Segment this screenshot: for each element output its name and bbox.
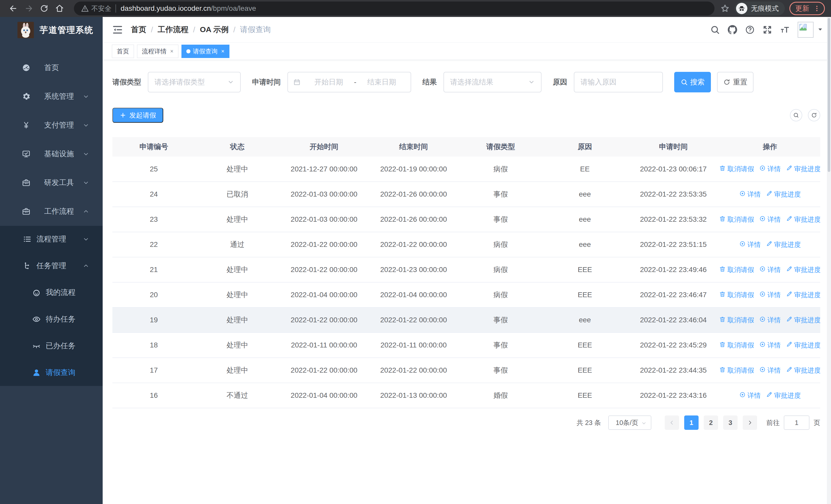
prev-page-button[interactable] (665, 415, 679, 430)
progress-link[interactable]: 审批进度 (786, 165, 820, 174)
progress-link[interactable]: 审批进度 (786, 316, 820, 325)
gear-icon (22, 92, 31, 101)
cell-type: 婚假 (459, 383, 543, 408)
detail-link[interactable]: 详情 (759, 165, 781, 174)
detail-link[interactable]: 详情 (759, 316, 781, 325)
cancel-link[interactable]: 取消请假 (720, 341, 754, 350)
next-page-button[interactable] (743, 415, 757, 430)
progress-link[interactable]: 审批进度 (786, 215, 820, 224)
goto-page-input[interactable] (784, 415, 809, 430)
detail-link[interactable]: 详情 (759, 366, 781, 375)
search-icon (681, 79, 688, 86)
page-button-1[interactable]: 1 (684, 415, 698, 430)
home-icon[interactable] (54, 3, 65, 14)
detail-link[interactable]: 详情 (739, 240, 761, 249)
date-range-picker[interactable]: 开始日期 - 结束日期 (287, 72, 411, 92)
detail-link[interactable]: 详情 (759, 291, 781, 299)
sidebar-item-系统管理[interactable]: 系统管理 (0, 82, 103, 111)
avatar[interactable] (798, 22, 813, 38)
result-select[interactable]: 请选择流结果 (443, 72, 542, 92)
search-icon[interactable] (710, 25, 720, 35)
browser-menu-icon[interactable] (813, 5, 821, 12)
reset-button[interactable]: 重置 (717, 72, 753, 92)
sidebar-item-流程管理[interactable]: 流程管理 (0, 226, 103, 253)
incognito-icon (736, 3, 747, 14)
detail-link[interactable]: 详情 (739, 190, 761, 199)
cell-status: 处理中 (195, 307, 280, 333)
tab-请假查询[interactable]: 请假查询× (181, 45, 229, 58)
close-icon[interactable]: × (170, 48, 173, 55)
cancel-link[interactable]: 取消请假 (720, 291, 754, 299)
cell-id: 17 (112, 358, 195, 383)
cancel-link[interactable]: 取消请假 (720, 265, 754, 274)
progress-link[interactable]: 审批进度 (766, 391, 801, 400)
cancel-link[interactable]: 取消请假 (720, 316, 754, 325)
refresh-table-button[interactable] (808, 109, 820, 121)
avatar-caret-icon[interactable] (817, 26, 823, 33)
help-icon[interactable] (745, 25, 755, 35)
page-size-select[interactable]: 10条/页 (608, 415, 651, 430)
cell-reason: EEE (543, 257, 627, 282)
sidebar-item-已办任务[interactable]: 已办任务 (0, 333, 103, 359)
sidebar-item-首页[interactable]: 首页 (0, 53, 103, 82)
leave-type-select[interactable]: 请选择请假类型 (148, 72, 241, 92)
cell-id: 21 (112, 257, 195, 282)
chevron-down-icon (83, 93, 89, 100)
progress-link[interactable]: 审批进度 (786, 366, 820, 375)
breadcrumb-item-2[interactable]: 工作流程 (157, 24, 189, 35)
sidebar-item-任务管理[interactable]: 任务管理 (0, 253, 103, 279)
detail-link[interactable]: 详情 (739, 391, 761, 400)
progress-link[interactable]: 审批进度 (786, 341, 820, 350)
sidebar-item-待办任务[interactable]: 待办任务 (0, 306, 103, 333)
cancel-link[interactable]: 取消请假 (720, 366, 754, 375)
cancel-label: 取消请假 (727, 291, 754, 299)
sidebar-item-我的流程[interactable]: 我的流程 (0, 279, 103, 306)
progress-link[interactable]: 审批进度 (766, 190, 801, 199)
edit-icon (766, 240, 774, 249)
address-bar[interactable]: 不安全 dashboard.yudao.iocoder.cn/bpm/oa/le… (74, 2, 715, 16)
sidebar-item-工作流程[interactable]: 工作流程 (0, 197, 103, 226)
bookmark-star-icon[interactable] (720, 4, 730, 13)
progress-link[interactable]: 审批进度 (766, 240, 801, 249)
detail-link[interactable]: 详情 (759, 265, 781, 274)
sidebar-item-研发工具[interactable]: 研发工具 (0, 168, 103, 197)
progress-link[interactable]: 审批进度 (786, 291, 820, 299)
sidebar-item-支付管理[interactable]: 支付管理 (0, 111, 103, 140)
sidebar-item-请假查询[interactable]: 请假查询 (0, 359, 103, 386)
tab-首页[interactable]: 首页 (112, 45, 134, 58)
fullscreen-icon[interactable] (762, 25, 773, 35)
cell-start: 2022-01-03 00:00:00 (280, 207, 369, 232)
detail-link[interactable]: 详情 (759, 215, 781, 224)
reload-icon[interactable] (38, 3, 50, 14)
progress-link[interactable]: 审批进度 (786, 265, 820, 274)
font-size-icon[interactable] (780, 25, 790, 35)
page-scrollbar[interactable] (827, 17, 831, 504)
close-icon[interactable]: × (221, 48, 225, 55)
page-button-2[interactable]: 2 (704, 415, 718, 430)
toggle-search-button[interactable] (790, 109, 802, 121)
create-leave-button[interactable]: 发起请假 (112, 108, 163, 123)
cell-reason: EEE (543, 383, 627, 408)
search-button[interactable]: 搜索 (674, 72, 711, 92)
sidebar-fold-icon[interactable] (112, 24, 123, 35)
app-logo (18, 22, 34, 38)
app-logo-row[interactable]: 芋道管理系统 (0, 17, 103, 43)
detail-link[interactable]: 详情 (759, 341, 781, 350)
cancel-link[interactable]: 取消请假 (720, 215, 754, 224)
cell-reason: EEE (543, 333, 627, 358)
chrome-update-button[interactable]: 更新 (790, 2, 825, 15)
scrollbar-thumb[interactable] (828, 18, 830, 172)
back-icon[interactable] (8, 3, 19, 14)
cell-status: 处理中 (195, 333, 280, 358)
sidebar-item-基础设施[interactable]: 基础设施 (0, 140, 103, 168)
edit-icon (786, 165, 794, 173)
breadcrumb-item-1[interactable]: 首页 (131, 24, 146, 35)
page-button-3[interactable]: 3 (723, 415, 738, 430)
cancel-link[interactable]: 取消请假 (720, 165, 754, 174)
tab-流程详情[interactable]: 流程详情× (137, 45, 178, 58)
forward-icon[interactable] (23, 3, 34, 14)
breadcrumb-item-3[interactable]: OA 示例 (200, 24, 229, 35)
cell-end: 2022-01-26 00:00:00 (369, 182, 458, 207)
github-icon[interactable] (727, 25, 738, 35)
reason-input[interactable] (574, 72, 663, 92)
